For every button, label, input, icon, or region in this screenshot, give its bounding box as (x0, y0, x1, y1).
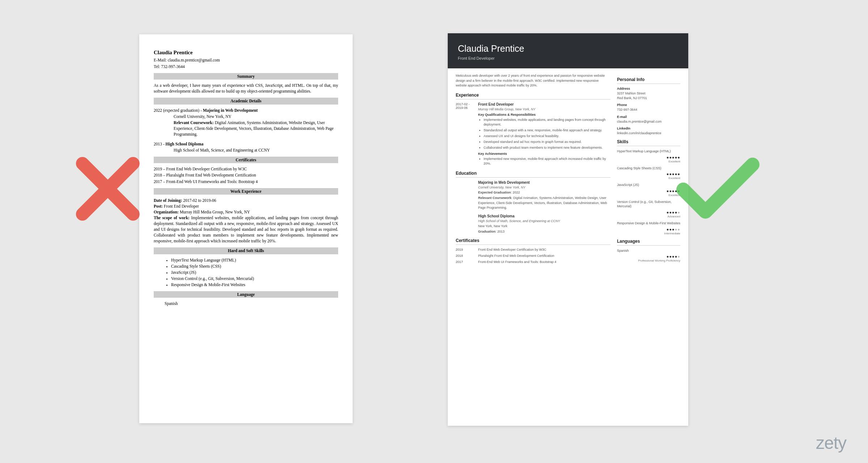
header-bar: Claudia Prentice Front End Developer (448, 33, 688, 68)
bullet: Assessed UX and UI designs for technical… (484, 134, 610, 139)
bullet: Implemented websites, mobile application… (484, 118, 610, 127)
email-line: E-Mail: claudia.m.prentice@gmail.com (154, 57, 338, 63)
cert-line: 2017 – Front-End Web UI Frameworks and T… (154, 179, 338, 184)
grad: Graduation: 2013 (478, 229, 610, 234)
grad: Expected Graduation: 2022 (478, 190, 610, 195)
skills-list: HyperText Markup Language (HTML)Cascadin… (154, 257, 338, 288)
skill-rating: ●●●●●Excellent (617, 172, 680, 180)
skill-item: HyperText Markup Language (HTML) (171, 257, 338, 263)
school: Cornell University, New York, NY (478, 186, 610, 189)
skill-rating: ●●●●●Professional Working Proficiency (617, 254, 680, 262)
heading-personal-info: Personal Info (617, 77, 680, 84)
job-title: Front End Developer (458, 56, 678, 60)
edu2-school: High School of Math, Science, and Engine… (154, 147, 338, 153)
ach-bullets: Implemented new responsive, mobile-first… (478, 157, 610, 166)
heading-academic: Academic Details (154, 98, 338, 104)
summary-text: Meticulous web developer with over 2 yea… (456, 73, 610, 88)
tel-line: Tel: 732-997-3644 (154, 64, 338, 69)
cert-row: 2017Front-End Web UI Frameworks and Tool… (456, 260, 610, 264)
exp-dates: 2017-02 - 2019-06 (456, 102, 478, 167)
exp-title: Front End Developer (478, 102, 610, 106)
cert-row: 2019Front End Web Developer Certificatio… (456, 248, 610, 251)
name: Claudia Prentice (154, 49, 338, 56)
exp-bullets: Implemented websites, mobile application… (478, 118, 610, 150)
skill-rating: ●●●●●Excellent (617, 155, 680, 163)
ach-heading: Key Achievements (478, 152, 610, 156)
heading-skills: Hard and Soft Skills (154, 247, 338, 254)
edu-item: High School DiplomaHigh School of Math, … (478, 214, 610, 234)
cert-year: 2019 (456, 248, 478, 251)
heading-summary: Summary (154, 73, 338, 80)
skill-name: Version Control (e.g., Git, Subversion, … (617, 200, 680, 209)
exp-org: Murray Hill Media Group, New York, NY (478, 107, 610, 111)
work-block: Date of Joining: 2017-02 to 2019-06 Post… (154, 197, 338, 244)
skill-rating: ●●●●●Intermediate (617, 227, 680, 235)
skill-rating: ●●●●●Excellent (617, 189, 680, 197)
skill-name: HyperText Markup Language (HTML) (617, 149, 680, 154)
heading-skills: Skills (617, 139, 680, 146)
cert-year: 2018 (456, 254, 478, 258)
heading-work: Work Experience (154, 188, 338, 195)
heading-experience: Experience (456, 93, 610, 99)
school: High School of Math, Science, and Engine… (478, 219, 610, 223)
cert-line: 2018 – Pluralsight Front End Web Develop… (154, 172, 338, 178)
degree: Majoring in Web Development (478, 180, 610, 184)
check-mark-icon (676, 153, 760, 227)
email-val: claudia.m.prentice@gmail.com (617, 119, 680, 124)
skill-item: Responsive Design & Mobile-First Website… (617, 221, 680, 235)
lang-item: Spanish (154, 301, 338, 306)
linkedin-label: LinkedIn (617, 127, 680, 130)
skill-item: Version Control (e.g., Git, Subversion, … (171, 276, 338, 281)
bullet: Standardized all output with a new, resp… (484, 128, 610, 133)
edu2-line: 2013 - High School Diploma (154, 141, 338, 147)
skill-rating: ●●●●●Advanced (617, 210, 680, 218)
cert-text: Pluralsight Front End Web Development Ce… (478, 254, 554, 258)
edu-item: Majoring in Web DevelopmentCornell Unive… (478, 180, 610, 211)
skill-name: Responsive Design & Mobile-First Website… (617, 221, 680, 226)
phone-label: Phone (617, 103, 680, 107)
skill-item: JavaScript (JS)●●●●●Excellent (617, 183, 680, 197)
skill-name: Cascading Style Sheets (CSS) (617, 166, 680, 171)
summary-text: As a web developer, I have many years of… (154, 82, 338, 94)
phone-val: 732-997-3644 (617, 107, 680, 112)
email-label: E-mail (617, 115, 680, 119)
bullet: Collaborated with product team members t… (484, 145, 610, 150)
edu1-course: Relevant Coursework: Digital Animation, … (154, 120, 338, 137)
addr-val: 3237 Mahlon StreetRed Bank, NJ 07701 (617, 91, 680, 100)
skill-item: HyperText Markup Language (HTML)●●●●●Exc… (617, 149, 680, 163)
heading-education: Education (456, 171, 610, 178)
heading-languages: Languages (617, 239, 680, 246)
coursework: Relevant Coursework: Digital Animation, … (478, 196, 610, 211)
resume-left-bad: Claudia Prentice E-Mail: claudia.m.prent… (139, 34, 353, 423)
degree: High School Diploma (478, 214, 610, 218)
heading-certs: Certificates (154, 157, 338, 163)
name: Claudia Prentice (458, 43, 678, 54)
addr-label: Address (617, 87, 680, 90)
edu1-line: 2022 (expected graduation) - Majoring in… (154, 107, 338, 113)
loc: New York, New York (478, 224, 610, 229)
skill-item: Cascading Style Sheets (CSS)●●●●●Excelle… (617, 166, 680, 180)
bullet: Developed standard and ad hoc reports in… (484, 140, 610, 144)
edu1-school: Cornell University, New York, NY (154, 114, 338, 119)
skill-item: JavaScript (JS) (171, 269, 338, 275)
heading-certs: Certificates (456, 238, 610, 245)
cert-text: Front End Web Developer Certification by… (478, 248, 546, 251)
linkedin-val: linkedin.com/in/claudiaprentice (617, 131, 680, 136)
sidebar-column: Personal Info Address 3237 Mahlon Street… (617, 73, 680, 266)
resume-right-good: Claudia Prentice Front End Developer Met… (448, 33, 688, 426)
main-column: Meticulous web developer with over 2 yea… (456, 73, 617, 266)
cert-line: 2019 – Front End Web Developer Certifica… (154, 166, 338, 172)
x-mark-icon (72, 153, 144, 226)
skill-name: Spanish (617, 249, 680, 253)
skill-item: Cascading Style Sheets (CSS) (171, 263, 338, 269)
cert-text: Front-End Web UI Frameworks and Tools: B… (478, 260, 556, 264)
qual-heading: Key Qualifications & Responsibilities (478, 113, 610, 116)
skill-item: Responsive Design & Mobile-First Website… (171, 282, 338, 288)
cert-year: 2017 (456, 260, 478, 264)
bullet: Implemented new responsive, mobile-first… (484, 157, 610, 166)
skill-name: JavaScript (JS) (617, 183, 680, 187)
skill-item: Version Control (e.g., Git, Subversion, … (617, 200, 680, 218)
zety-logo: zety (816, 433, 846, 453)
heading-lang: Language (154, 291, 338, 298)
skill-item: Spanish●●●●●Professional Working Profici… (617, 249, 680, 263)
